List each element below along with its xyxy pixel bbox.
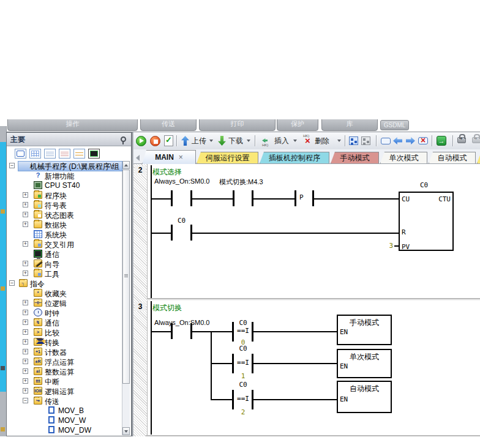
expand-icon[interactable]: +: [23, 202, 28, 207]
insert-icon[interactable]: [262, 135, 272, 147]
collapse-icon[interactable]: −: [9, 280, 15, 286]
tab-servo-settings[interactable]: 伺服运行设置: [197, 152, 258, 163]
pin-icon[interactable]: [121, 136, 126, 142]
ribbon-group-gsdml[interactable]: GSDML: [380, 120, 409, 130]
upload-icon[interactable]: [181, 135, 189, 147]
contact-operand[interactable]: Always_On:SM0.0: [154, 177, 209, 185]
insert-dropdown-caret[interactable]: [293, 140, 297, 142]
network-number[interactable]: 2: [135, 166, 146, 174]
network-title[interactable]: 模式切换: [152, 303, 182, 313]
ribbon-group-transfer[interactable]: 传送: [140, 119, 197, 131]
counter-name[interactable]: C0: [420, 181, 428, 189]
run-icon[interactable]: [136, 135, 146, 147]
tree-item[interactable]: ++1计数器: [7, 347, 131, 357]
contact-operand[interactable]: 模式切换:M4.3: [219, 177, 263, 187]
upload-button[interactable]: 上传: [192, 135, 206, 147]
tree-item[interactable]: +程序块: [7, 190, 131, 200]
network-title[interactable]: 模式选择: [152, 167, 182, 177]
delete-dropdown-caret[interactable]: [337, 140, 341, 142]
subroutine-box[interactable]: 自动模式 EN: [337, 381, 392, 413]
expand-icon[interactable]: +: [23, 349, 28, 354]
undo-icon[interactable]: [393, 135, 402, 147]
pou-gray-icon[interactable]: [361, 135, 370, 147]
counter-box[interactable]: CU CTU R PV: [399, 192, 454, 251]
expand-icon[interactable]: +: [23, 378, 28, 384]
next-tab-edge[interactable]: [477, 152, 480, 163]
expand-icon[interactable]: +: [23, 271, 28, 276]
download-icon[interactable]: [218, 135, 226, 147]
tree-item[interactable]: +交叉引用: [7, 239, 131, 249]
ribbon-group-protect[interactable]: 保护: [277, 119, 318, 131]
delete-button[interactable]: 删除: [315, 135, 329, 147]
go-icon[interactable]: →: [437, 135, 446, 147]
contact-operand[interactable]: Always_On:SM0.0: [154, 319, 209, 326]
redo-icon[interactable]: [406, 135, 415, 147]
expand-icon[interactable]: +: [23, 192, 28, 198]
tab-single-mode[interactable]: 单次模式: [380, 152, 427, 163]
compare-operand[interactable]: C0: [232, 345, 254, 353]
compile-icon[interactable]: [164, 135, 173, 147]
scroll-up-arrow[interactable]: [122, 161, 130, 169]
insert-button[interactable]: 插入: [274, 135, 289, 147]
download-button[interactable]: 下载: [228, 135, 243, 147]
tree-item[interactable]: +±R浮点运算: [7, 357, 131, 367]
expand-icon[interactable]: +: [23, 300, 28, 305]
tree-item[interactable]: −机械手程序 (D:\翼辰程序\组: [7, 161, 131, 171]
tree-item[interactable]: 通信: [7, 249, 131, 259]
compare-value[interactable]: 1: [232, 372, 254, 380]
subroutine-box[interactable]: 手动模式 EN: [337, 315, 392, 345]
status-view-icon[interactable]: [59, 149, 70, 159]
tree-item[interactable]: +转换: [7, 337, 131, 347]
lock-add-icon[interactable]: [457, 132, 466, 144]
tree-item[interactable]: +数据块: [7, 220, 131, 230]
ribbon-group-print[interactable]: 打印: [199, 119, 276, 131]
expand-icon[interactable]: +: [23, 319, 28, 325]
tree-item[interactable]: −┐指令: [7, 278, 131, 288]
download-dropdown-caret[interactable]: [247, 140, 250, 142]
stop-icon[interactable]: [150, 135, 160, 147]
ribbon-group-library[interactable]: 库: [321, 119, 378, 131]
expand-icon[interactable]: +: [23, 310, 28, 315]
pou-view-icon[interactable]: [15, 149, 26, 159]
tab-close-icon[interactable]: ×: [179, 153, 183, 162]
contact-operand[interactable]: C0: [178, 217, 186, 225]
tree-item[interactable]: +>比较: [7, 327, 131, 337]
tree-item[interactable]: +ttt中断: [7, 376, 131, 386]
tree-item[interactable]: MOV_B: [7, 406, 131, 416]
compare-operand[interactable]: C0: [232, 319, 254, 327]
scroll-down-arrow[interactable]: [122, 427, 130, 435]
compare-contact-bar[interactable]: [232, 390, 234, 409]
expand-icon[interactable]: +: [23, 339, 28, 345]
tree-item[interactable]: +↯通信: [7, 318, 131, 327]
expand-icon[interactable]: +: [23, 329, 28, 335]
ribbon-group-operation[interactable]: 操作: [7, 119, 138, 131]
tab-main[interactable]: MAIN ×: [142, 150, 196, 164]
tree-item[interactable]: ?新增功能: [7, 171, 131, 181]
cancel-box-icon[interactable]: [418, 135, 428, 147]
tab-scroll-left-icon[interactable]: [136, 155, 140, 161]
expand-icon[interactable]: +: [23, 368, 28, 374]
upload-dropdown-caret[interactable]: [209, 140, 213, 142]
expand-icon[interactable]: +: [23, 359, 28, 364]
tree-item[interactable]: +工具: [7, 269, 131, 278]
tree-scrollbar[interactable]: [122, 161, 130, 435]
tab-manual-mode[interactable]: 手动模式: [331, 152, 379, 163]
tree-item[interactable]: +符号表: [7, 200, 131, 210]
tree-item[interactable]: +±I整数运算: [7, 367, 131, 376]
collapse-icon[interactable]: −: [23, 398, 28, 403]
tab-inserter-program[interactable]: 插板机控制程序: [260, 152, 329, 163]
expand-icon[interactable]: +: [23, 388, 28, 394]
monitor-view-icon[interactable]: [88, 149, 100, 159]
contact-bar[interactable]: [171, 225, 173, 241]
tree-item[interactable]: −↪传送: [7, 396, 131, 406]
box-icon[interactable]: [381, 135, 391, 147]
contact-bar[interactable]: [171, 323, 173, 339]
tree-item[interactable]: +状态图表: [7, 210, 131, 220]
tree-item[interactable]: *收藏夹: [7, 288, 131, 298]
lock-gray-icon[interactable]: [472, 132, 480, 144]
contact-bar[interactable]: [233, 190, 234, 206]
edge-contact-label[interactable]: P: [299, 193, 304, 201]
network-number[interactable]: 3: [135, 302, 146, 311]
tree-item[interactable]: CPU ST40: [7, 181, 131, 190]
compare-operand[interactable]: C0: [232, 381, 254, 389]
